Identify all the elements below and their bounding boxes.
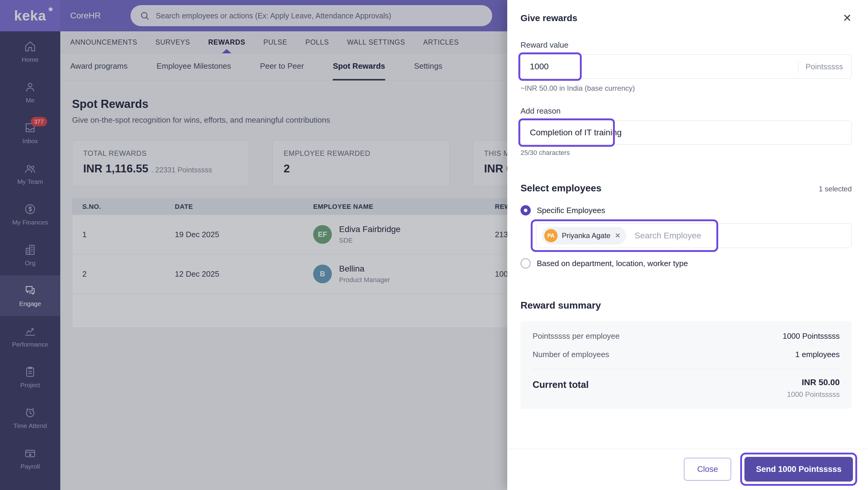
close-icon[interactable]: ✕ xyxy=(843,13,852,24)
modal-footer: Close Send 1000 Pointsssss xyxy=(507,449,868,490)
unit-divider xyxy=(798,60,798,73)
give-rewards-modal: Give rewards ✕ Reward value Pointsssss ~… xyxy=(507,0,868,490)
summary-row-value: 1 employees xyxy=(795,350,840,359)
modal-title: Give rewards xyxy=(521,13,577,23)
radio-label: Based on department, location, worker ty… xyxy=(537,259,688,268)
reason-field xyxy=(521,121,852,145)
modal-body: Reward value Pointsssss ~INR 50.00 in In… xyxy=(507,24,868,449)
character-counter: 25/30 characters xyxy=(521,149,852,157)
radio-based-on-criteria[interactable]: Based on department, location, worker ty… xyxy=(521,258,852,269)
radio-label: Specific Employees xyxy=(537,206,605,215)
chip-avatar: PA xyxy=(544,229,558,242)
send-points-button[interactable]: Send 1000 Pointsssss xyxy=(744,457,853,482)
currency-hint: ~INR 50.00 in India (base currency) xyxy=(521,84,852,93)
modal-backdrop[interactable] xyxy=(0,0,507,490)
reward-value-field: Pointsssss xyxy=(521,55,852,79)
employee-chip: PA Priyanka Agate ✕ xyxy=(542,227,626,244)
add-reason-label: Add reason xyxy=(521,106,852,116)
radio-specific-employees[interactable]: Specific Employees xyxy=(521,205,852,215)
employee-search-input[interactable] xyxy=(634,231,846,241)
chip-name: Priyanka Agate xyxy=(562,232,610,240)
selected-count: 1 selected xyxy=(819,185,852,193)
reward-value-label: Reward value xyxy=(521,40,852,50)
radio-unselected-icon[interactable] xyxy=(521,258,531,269)
current-total-points: 1000 Pointsssss xyxy=(787,390,840,399)
close-button[interactable]: Close xyxy=(684,458,731,481)
employee-search-field[interactable]: PA Priyanka Agate ✕ xyxy=(536,223,852,248)
chip-remove-icon[interactable]: ✕ xyxy=(615,232,621,240)
radio-selected-icon[interactable] xyxy=(521,205,531,215)
modal-header: Give rewards ✕ xyxy=(507,0,868,24)
summary-row-label: Number of employees xyxy=(532,350,609,359)
app-window: keka✱ Home Me 377 Inbox My Team My xyxy=(0,0,868,490)
reward-summary-box: Pointsssss per employee 1000 Pointsssss … xyxy=(521,321,852,409)
reason-input[interactable] xyxy=(529,127,843,138)
summary-row-label: Pointsssss per employee xyxy=(532,332,620,341)
current-total-value: INR 50.00 xyxy=(787,377,840,387)
reward-value-input[interactable] xyxy=(529,61,795,72)
current-total-label: Current total xyxy=(532,379,589,390)
summary-row-value: 1000 Pointsssss xyxy=(783,332,840,341)
reward-unit-label: Pointsssss xyxy=(806,62,843,71)
reward-summary-heading: Reward summary xyxy=(521,300,852,311)
select-employees-heading: Select employees xyxy=(521,183,601,194)
